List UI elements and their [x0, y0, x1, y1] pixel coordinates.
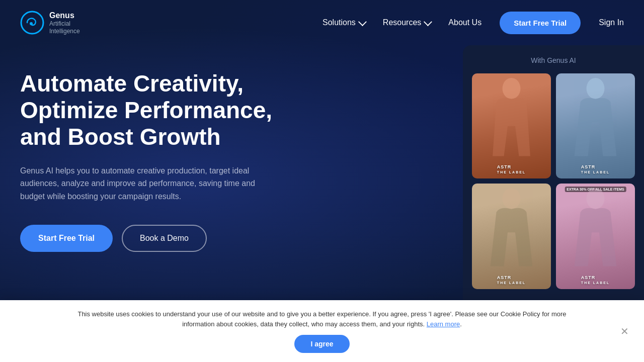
svg-point-1 — [30, 22, 33, 25]
after-image-2: ASTRTHE LABEL — [556, 73, 635, 178]
astr-badge-1: ASTRTHE LABEL — [497, 164, 526, 174]
cookie-learn-more-link[interactable]: Learn more — [427, 320, 460, 328]
after-image-4: EXTRA 30% OFF ALL SALE ITEMS ASTRTHE LAB… — [556, 184, 635, 289]
svg-point-2 — [503, 78, 521, 99]
hero-buttons: Start Free Trial Book a Demo — [20, 225, 282, 252]
nav-signin-link[interactable]: Sign In — [599, 18, 624, 27]
chevron-down-icon — [424, 18, 432, 26]
nav-links: Solutions Resources About Us Start Free … — [323, 12, 624, 34]
hero-left: Automate Creativity,Optimize Performance… — [20, 65, 282, 263]
after-image-1: ASTRTHE LABEL — [472, 73, 551, 178]
navbar: Genus ArtificialIntelligence Solutions R… — [0, 0, 644, 45]
logo: Genus ArtificialIntelligence — [20, 11, 80, 35]
after-image-3: ASTRTHE LABEL — [472, 184, 551, 289]
chevron-down-icon — [358, 18, 367, 26]
after-panel: With Genus AI ASTRTHE LABEL ASTRTHE LABE… — [463, 45, 644, 312]
svg-point-4 — [503, 188, 521, 209]
hero-start-free-trial-button[interactable]: Start Free Trial — [20, 225, 113, 252]
cookie-message: This website uses cookies to understand … — [70, 309, 574, 329]
nav-about[interactable]: About Us — [448, 18, 481, 27]
brand-name: Genus ArtificialIntelligence — [49, 11, 80, 35]
nav-solutions[interactable]: Solutions — [323, 18, 365, 27]
cookie-agree-button[interactable]: I agree — [294, 335, 349, 353]
hero-title: Automate Creativity,Optimize Performance… — [20, 70, 282, 150]
astr-badge-4: ASTRTHE LABEL — [581, 275, 610, 285]
astr-badge-2: ASTRTHE LABEL — [581, 164, 610, 174]
nav-resources[interactable]: Resources — [383, 18, 430, 27]
logo-icon — [20, 11, 44, 35]
hero-subtitle: Genus AI helps you to automate creative … — [20, 164, 282, 203]
after-panel-label: With Genus AI — [472, 56, 635, 64]
nav-start-free-trial-button[interactable]: Start Free Trial — [500, 12, 581, 34]
svg-point-5 — [587, 188, 605, 209]
cookie-banner: This website uses cookies to understand … — [0, 300, 644, 362]
svg-point-3 — [587, 78, 605, 99]
cookie-close-button[interactable]: ✕ — [620, 325, 629, 337]
after-image-grid: ASTRTHE LABEL ASTRTHE LABEL ASTRTHE LABE… — [472, 73, 635, 289]
astr-badge-3: ASTRTHE LABEL — [497, 275, 526, 285]
hero-book-demo-button[interactable]: Book a Demo — [122, 225, 207, 252]
